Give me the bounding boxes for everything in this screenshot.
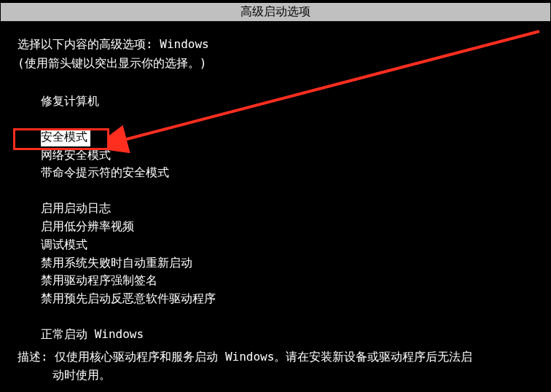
option-safe-mode-cmd[interactable]: 带命令提示符的安全模式: [41, 164, 534, 182]
description-line2: 动时使用。: [17, 366, 534, 385]
option-boot-log[interactable]: 启用启动日志: [41, 200, 534, 218]
title-bar: 高级启动选项: [1, 3, 550, 21]
option-repair-computer[interactable]: 修复计算机: [41, 93, 534, 111]
instruction-prefix: 选择以下内容的高级选项:: [17, 37, 160, 51]
hint-line: (使用箭头键以突出显示你的选择。): [17, 55, 534, 72]
instruction-line: 选择以下内容的高级选项: Windows: [17, 36, 534, 53]
content-area: 选择以下内容的高级选项: Windows (使用箭头键以突出显示你的选择。) 修…: [0, 21, 551, 344]
options-list: 修复计算机 安全模式 网络安全模式 带命令提示符的安全模式 启用启动日志 启用低…: [17, 93, 534, 344]
description-block: 描述: 仅使用核心驱动程序和服务启动 Windows。请在安装新设备或驱动程序后…: [17, 348, 534, 385]
option-debug-mode[interactable]: 调试模式: [41, 236, 534, 254]
description-line1: 描述: 仅使用核心驱动程序和服务启动 Windows。请在安装新设备或驱动程序后…: [17, 348, 534, 366]
option-disable-driver-sig[interactable]: 禁用驱动程序强制签名: [41, 272, 534, 290]
description-label: 描述:: [17, 350, 48, 364]
option-safe-mode-label: 安全模式: [41, 128, 90, 146]
instruction-target: Windows: [160, 37, 208, 51]
option-low-res-video[interactable]: 启用低分辨率视频: [41, 218, 534, 236]
title-text: 高级启动选项: [241, 4, 310, 18]
option-normal-start[interactable]: 正常启动 Windows: [41, 326, 534, 344]
option-safe-mode-network[interactable]: 网络安全模式: [41, 146, 534, 165]
description-text1: 仅使用核心驱动程序和服务启动 Windows。请在安装新设备或驱动程序后无法启: [55, 350, 472, 364]
option-disable-elam[interactable]: 禁用预先启动反恶意软件驱动程序: [41, 290, 534, 308]
option-safe-mode[interactable]: 安全模式: [41, 128, 534, 146]
option-disable-auto-restart[interactable]: 禁用系统失败时自动重新启动: [41, 254, 534, 273]
